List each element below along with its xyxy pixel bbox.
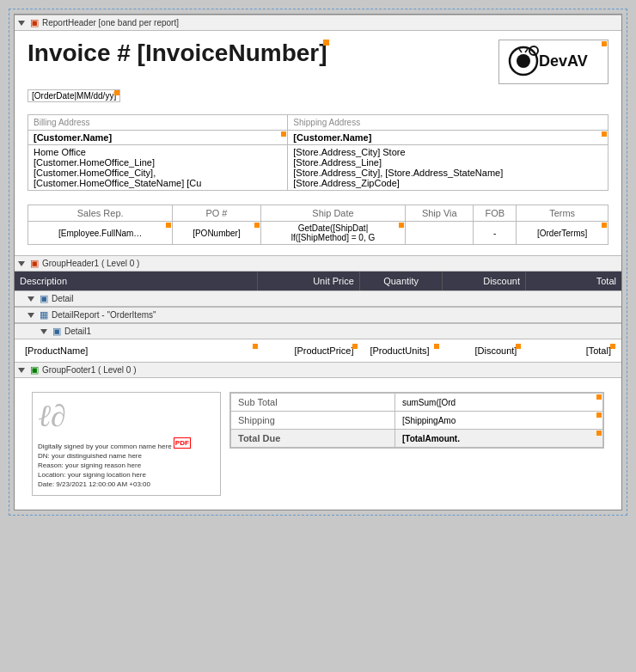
val-terms: [OrderTerms] (517, 222, 608, 245)
val-sales-rep: [Employee.FullNam… (28, 222, 173, 245)
totals-table: Sub Total sumSum([Ord Shipping (230, 393, 603, 448)
detail-report-band-header: ▦ DetailReport - "OrderItems" (15, 307, 621, 323)
ship-date-marker (399, 223, 404, 228)
order-table: Sales Rep. PO # Ship Date Ship Via FOB T… (28, 205, 608, 245)
subtotal-row: Sub Total sumSum([Ord (231, 394, 603, 412)
shipping-line4: [Store.Address_ZipCode] (293, 178, 602, 188)
discount-marker (516, 344, 521, 349)
billing-name-marker (281, 131, 286, 137)
signature-image: ℓ∂ (38, 398, 215, 434)
billing-line4: [Customer.HomeOffice_StateName] [Cu (34, 178, 282, 188)
svg-line-3 (519, 49, 522, 52)
billing-header: Billing Address (28, 115, 288, 131)
table-row: [ProductName] [ProductPrice] [ProductUni… (20, 343, 616, 358)
product-units-marker (434, 344, 439, 349)
report-header-content: Invoice # [InvoiceNumber] (15, 31, 621, 255)
col-terms: Terms (517, 205, 608, 222)
totals-box: Sub Total sumSum([Ord Shipping (229, 392, 604, 449)
col-ship-via: Ship Via (406, 205, 474, 222)
date-field: [OrderDate|MM/dd/yy] (28, 89, 120, 102)
th-discount: Discount (443, 272, 526, 290)
group-header-label: GroupHeader1 ( Level 0 ) (42, 259, 139, 268)
val-fob: - (474, 222, 517, 245)
sig-line2: DN: your distinguished name here (38, 452, 142, 460)
report-header-band: ▣ ReportHeader [one band per report] (15, 15, 621, 31)
subtotal-marker (596, 394, 602, 400)
col-ship-date: Ship Date (260, 205, 406, 222)
detail-band-label: Detail (52, 294, 74, 303)
report-header-label: ReportHeader [one band per report] (42, 18, 179, 27)
shipping-name-marker (602, 131, 607, 137)
val-ship-via (406, 222, 474, 245)
th-description: Description (15, 272, 257, 290)
detail-band-icon: ▣ (40, 293, 48, 304)
group-band-icon: ▣ (30, 258, 39, 269)
date-marker (114, 90, 119, 95)
detail1-band-icon: ▣ (52, 326, 61, 337)
th-unit-price: Unit Price (257, 272, 359, 290)
shipping-customer-name: [Customer.Name] (293, 132, 371, 143)
svg-line-4 (525, 49, 528, 52)
invoice-title: Invoice # [InvoiceNumber] (28, 40, 327, 67)
total-due-row: Total Due [TotalAmount. (231, 430, 603, 448)
pdf-badge: PDF (174, 437, 191, 449)
signature-box: ℓ∂ Digitally signed by your common name … (32, 392, 221, 496)
billing-line1: Home Office (34, 147, 282, 157)
total-marker (610, 344, 615, 349)
address-table: Billing Address Shipping Address [Custom… (28, 114, 608, 191)
group-header-band: ▣ GroupHeader1 ( Level 0 ) (15, 255, 621, 272)
shipping-line1: [Store.Address_City] Store (293, 147, 602, 157)
group-footer-band-header: ▣ GroupFooter1 ( Level 0 ) (15, 362, 621, 378)
subtotal-label: Sub Total (231, 394, 395, 412)
col-po: PO # (173, 205, 260, 222)
val-ship-date: GetDate([ShipDat|lf([ShipMethod] = 0, G (260, 222, 406, 245)
total-due-label: Total Due (231, 430, 395, 448)
items-header-table: Description Unit Price Quantity Discount… (15, 272, 621, 290)
billing-customer-name: [Customer.Name] (34, 132, 112, 143)
shipping-row: Shipping [ShippingAmo (231, 412, 603, 430)
svg-text:DevAV: DevAV (539, 52, 588, 70)
group-collapse-icon[interactable] (18, 261, 25, 266)
total-due-val: [TotalAmount. (394, 430, 602, 448)
terms-marker (602, 223, 607, 228)
shipping-header: Shipping Address (288, 115, 608, 131)
logo-area: DevAV (498, 40, 608, 84)
billing-lines-cell: Home Office [Customer.HomeOffice_Line] [… (28, 145, 288, 191)
detail1-band-header: ▣ Detail1 (15, 323, 621, 339)
shipping-label: Shipping (231, 412, 395, 430)
sig-line1: Digitally signed by your common name her… (38, 443, 174, 450)
billing-name-cell: [Customer.Name] (28, 131, 288, 145)
product-name-marker (253, 344, 258, 349)
shipping-name-cell: [Customer.Name] (288, 131, 608, 145)
col-sales-rep: Sales Rep. (28, 205, 173, 222)
invoice-title-block: Invoice # [InvoiceNumber] (28, 40, 327, 67)
detail1-content: [ProductName] [ProductPrice] [ProductUni… (15, 339, 621, 362)
detail-report-collapse-icon[interactable] (28, 313, 34, 318)
sig-line4: Location: your signing location here (38, 471, 146, 479)
title-marker (323, 40, 329, 46)
detail-discount: [Discount] (440, 343, 522, 358)
logo-marker (602, 41, 607, 46)
collapse-icon[interactable] (18, 21, 25, 26)
shipping-val: [ShippingAmo (394, 412, 602, 430)
product-price-marker (352, 344, 358, 349)
date-value: [OrderDate|MM/dd/yy] (32, 91, 116, 101)
shipping-line2: [Store.Address_Line] (293, 157, 602, 168)
group-footer-band-icon: ▣ (30, 364, 39, 376)
detail1-collapse-icon[interactable] (40, 329, 47, 334)
group-footer-label: GroupFooter1 ( Level 0 ) (42, 365, 137, 375)
detail-row-table: [ProductName] [ProductPrice] [ProductUni… (20, 343, 616, 358)
detail-report-label: DetailReport - "OrderItems" (52, 310, 156, 320)
billing-line3: [Customer.HomeOffice_City], (34, 168, 282, 178)
group-header-content: Description Unit Price Quantity Discount… (15, 272, 621, 290)
detail1-label: Detail1 (64, 327, 91, 336)
detail-total: [Total] (522, 343, 616, 358)
detail-product-name: [ProductName] (20, 343, 259, 358)
detail-collapse-icon[interactable] (28, 296, 34, 302)
sig-line5: Date: 9/23/2021 12:00:00 AM +03:00 (38, 480, 150, 488)
group-footer-collapse-icon[interactable] (18, 368, 25, 373)
band-icon-report: ▣ (30, 17, 39, 28)
group-footer-content: ℓ∂ Digitally signed by your common name … (15, 378, 621, 510)
th-quantity: Quantity (359, 272, 443, 290)
shipping-marker (596, 412, 602, 418)
